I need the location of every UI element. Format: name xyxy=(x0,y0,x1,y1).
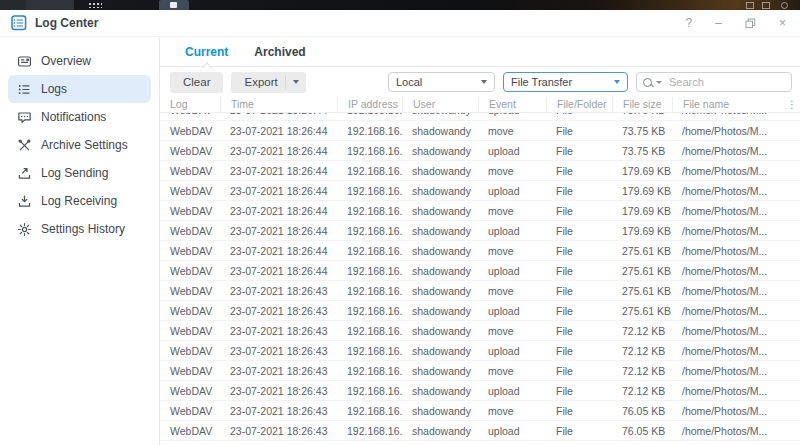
window-titlebar: Log Center ? – × xyxy=(0,10,800,37)
sidebar-item-label: Settings History xyxy=(41,222,125,236)
column-header-ip-address[interactable]: IP address xyxy=(337,97,402,112)
cell-user: shadowandy xyxy=(402,265,478,277)
log-center-app-icon xyxy=(11,15,27,31)
cell-log: WebDAV xyxy=(160,125,220,137)
table-row[interactable]: WebDAV23-07-2021 18:26:43192.168.16...sh… xyxy=(160,281,800,301)
apps-grid-icon[interactable] xyxy=(88,2,102,8)
search-placeholder: Search xyxy=(669,76,704,88)
cell-folder: File xyxy=(546,225,612,237)
cell-ip: 192.168.16... xyxy=(337,225,402,237)
taskbar-active-app-button[interactable] xyxy=(159,0,189,10)
cell-event: move xyxy=(478,125,546,137)
sidebar-item-settings-history[interactable]: Settings History xyxy=(8,215,151,243)
table-row[interactable]: WebDAV23-07-2021 18:26:44192.168.16...sh… xyxy=(160,201,800,221)
table-row[interactable]: WebDAV23-07-2021 18:26:43192.168.16...sh… xyxy=(160,401,800,421)
restore-button[interactable] xyxy=(745,18,756,29)
cell-size: 72.12 KB xyxy=(612,325,672,337)
chevron-down-icon xyxy=(614,80,620,84)
sidebar-item-log-receiving[interactable]: Log Receiving xyxy=(8,187,151,215)
table-row[interactable]: WebDAV23-07-2021 18:26:43192.168.16...sh… xyxy=(160,301,800,321)
column-options-icon[interactable]: ⋮ xyxy=(782,97,800,112)
cell-user: shadowandy xyxy=(402,385,478,397)
table-row[interactable]: WebDAV23-07-2021 18:26:44192.168.16...sh… xyxy=(160,241,800,261)
window-title: Log Center xyxy=(35,16,98,30)
cell-size: 275.61 KB xyxy=(612,265,672,277)
cell-size: 179.69 KB xyxy=(612,205,672,217)
taskbar-panel-icon[interactable] xyxy=(762,2,770,9)
sidebar-item-label: Log Sending xyxy=(41,166,108,180)
cell-folder: File xyxy=(546,113,612,116)
close-button[interactable]: × xyxy=(779,17,786,29)
table-row[interactable]: WebDAV23-07-2021 18:26:44192.168.16...sh… xyxy=(160,121,800,141)
column-header-file-size[interactable]: File size xyxy=(612,97,672,112)
overview-icon xyxy=(17,54,32,69)
export-button[interactable]: Export xyxy=(231,72,305,93)
cell-user: shadowandy xyxy=(402,205,478,217)
cell-name: /home/Photos/M... xyxy=(672,165,782,177)
column-header-log[interactable]: Log xyxy=(160,97,220,112)
sidebar-item-overview[interactable]: Overview xyxy=(8,47,151,75)
log-source-select[interactable]: Local xyxy=(388,72,495,92)
table-row[interactable]: WebDAV23-07-2021 18:26:44192.168.16...sh… xyxy=(160,113,800,121)
help-button[interactable]: ? xyxy=(686,17,693,29)
taskbar-search-icon[interactable] xyxy=(781,2,788,9)
cell-user: shadowandy xyxy=(402,365,478,377)
sidebar-item-label: Notifications xyxy=(41,110,106,124)
cell-folder: File xyxy=(546,365,612,377)
column-header-time[interactable]: Time xyxy=(220,97,337,112)
column-header-event[interactable]: Event xyxy=(478,97,546,112)
cell-user: shadowandy xyxy=(402,425,478,437)
cell-log: WebDAV xyxy=(160,305,220,317)
tab-archived[interactable]: Archived xyxy=(254,45,305,59)
cell-log: WebDAV xyxy=(160,113,220,116)
log-sending-icon xyxy=(17,166,32,181)
taskbar-window-icon[interactable] xyxy=(746,2,754,9)
cell-log: WebDAV xyxy=(160,425,220,437)
cell-folder: File xyxy=(546,185,612,197)
table-row[interactable]: WebDAV23-07-2021 18:26:43192.168.16...sh… xyxy=(160,421,800,441)
cell-time: 23-07-2021 18:26:44 xyxy=(220,165,337,177)
tab-current[interactable]: Current xyxy=(185,45,228,59)
log-category-select[interactable]: File Transfer xyxy=(503,72,628,92)
cell-time: 23-07-2021 18:26:44 xyxy=(220,225,337,237)
table-row[interactable]: WebDAV23-07-2021 18:26:43192.168.16...sh… xyxy=(160,361,800,381)
table-row[interactable]: WebDAV23-07-2021 18:26:43192.168.16...sh… xyxy=(160,341,800,361)
cell-size: 76.05 KB xyxy=(612,425,672,437)
cell-name: /home/Photos/M... xyxy=(672,145,782,157)
cell-ip: 192.168.16... xyxy=(337,165,402,177)
table-row[interactable]: WebDAV23-07-2021 18:26:44192.168.16...sh… xyxy=(160,161,800,181)
table-row[interactable]: WebDAV23-07-2021 18:26:43192.168.16...sh… xyxy=(160,381,800,401)
table-row[interactable]: WebDAV23-07-2021 18:26:44192.168.16...sh… xyxy=(160,221,800,241)
column-header-file-folder[interactable]: File/Folder xyxy=(546,97,612,112)
cell-user: shadowandy xyxy=(402,113,478,116)
column-header-user[interactable]: User xyxy=(402,97,478,112)
cell-name: /home/Photos/M... xyxy=(672,285,782,297)
search-input[interactable]: Search xyxy=(636,72,792,92)
log-table: LogTimeIP addressUserEventFile/FolderFil… xyxy=(160,97,800,441)
cell-time: 23-07-2021 18:26:44 xyxy=(220,245,337,257)
sidebar-item-log-sending[interactable]: Log Sending xyxy=(8,159,151,187)
cell-size: 72.12 KB xyxy=(612,385,672,397)
sidebar-item-notifications[interactable]: Notifications xyxy=(8,103,151,131)
table-row[interactable]: WebDAV23-07-2021 18:26:44192.168.16...sh… xyxy=(160,261,800,281)
cell-event: move xyxy=(478,245,546,257)
sidebar-item-archive-settings[interactable]: Archive Settings xyxy=(8,131,151,159)
cell-time: 23-07-2021 18:26:43 xyxy=(220,285,337,297)
cell-name: /home/Photos/M... xyxy=(672,325,782,337)
table-row[interactable]: WebDAV23-07-2021 18:26:44192.168.16...sh… xyxy=(160,181,800,201)
minimize-button[interactable]: – xyxy=(715,17,722,29)
cell-name: /home/Photos/M... xyxy=(672,205,782,217)
table-row[interactable]: WebDAV23-07-2021 18:26:43192.168.16...sh… xyxy=(160,321,800,341)
sidebar-item-logs[interactable]: Logs xyxy=(8,75,151,103)
cell-ip: 192.168.16... xyxy=(337,305,402,317)
cell-time: 23-07-2021 18:26:43 xyxy=(220,325,337,337)
search-options-chevron-icon[interactable] xyxy=(656,81,662,84)
cell-folder: File xyxy=(546,325,612,337)
cell-event: move xyxy=(478,365,546,377)
clear-button[interactable]: Clear xyxy=(170,72,223,93)
log-receiving-icon xyxy=(17,194,32,209)
table-row[interactable]: WebDAV23-07-2021 18:26:44192.168.16...sh… xyxy=(160,141,800,161)
cell-log: WebDAV xyxy=(160,165,220,177)
cell-ip: 192.168.16... xyxy=(337,405,402,417)
column-header-file-name[interactable]: File name xyxy=(672,97,782,112)
